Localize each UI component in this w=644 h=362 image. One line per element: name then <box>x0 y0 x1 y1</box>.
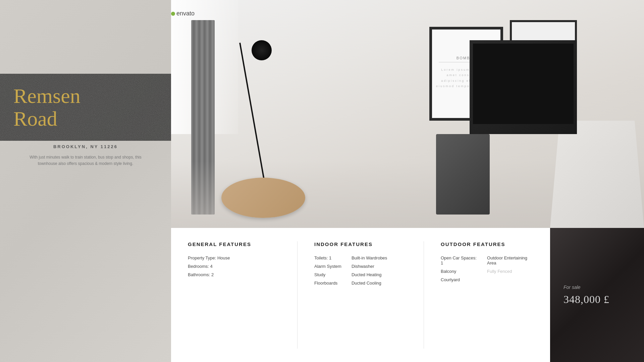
general-features-list: Property Type: House Bedrooms: 4 Bathroo… <box>188 255 280 277</box>
price-box: For sale 348,000 £ <box>550 228 644 362</box>
feature-ducted-heating: Ducted Heating <box>352 272 387 277</box>
logo-area: envato <box>171 10 195 17</box>
room-background: BOMBAY Lorem ipsum dolor sitamet consect… <box>171 0 644 228</box>
address-line: BROOKLYN, NY 11226 <box>0 144 171 149</box>
bottom-info-strip: GENERAL FEATURES Property Type: House Be… <box>171 228 644 362</box>
general-features-heading: GENERAL FEATURES <box>188 241 280 247</box>
feature-property-type: Property Type: House <box>188 255 230 260</box>
outdoor-features-col1: Open Car Spaces: 1 Balcony Courtyard <box>441 255 477 282</box>
feature-ducted-cooling: Ducted Cooling <box>352 281 387 286</box>
lamp-head <box>252 40 272 60</box>
feature-wardrobes: Built-in Wardrobes <box>352 255 387 260</box>
main-image: BOMBAY Lorem ipsum dolor sitamet consect… <box>171 0 644 228</box>
indoor-features-list: Toilets: 1 Alarm System Study Floorboard… <box>314 255 407 286</box>
feature-toilets: Toilets: 1 <box>314 255 341 260</box>
title-block: Remsen Road <box>0 74 171 141</box>
feature-car-spaces: Open Car Spaces: 1 <box>441 255 477 265</box>
feature-entertaining: Outdoor Entertaining Area <box>487 255 533 265</box>
indoor-features-col2: Built-in Wardrobes Dishwasher Ducted Hea… <box>352 255 387 286</box>
envato-logo-dot <box>171 12 175 16</box>
description-text: With just minutes walk to train station,… <box>0 154 171 167</box>
feature-dishwasher: Dishwasher <box>352 264 387 269</box>
property-title: Remsen Road <box>13 84 80 130</box>
price-label: For sale <box>564 285 631 290</box>
indoor-features-col1: Toilets: 1 Alarm System Study Floorboard… <box>314 255 341 286</box>
feature-balcony: Balcony <box>441 269 477 274</box>
feature-floorboards: Floorboards <box>314 281 341 286</box>
feature-alarm: Alarm System <box>314 264 341 269</box>
outdoor-features-list: Open Car Spaces: 1 Balcony Courtyard Out… <box>441 255 533 282</box>
chair-right <box>550 121 644 228</box>
coffee-table <box>221 178 305 218</box>
dark-chair <box>436 134 490 215</box>
feature-bedrooms: Bedrooms: 4 <box>188 264 230 269</box>
indoor-features-section: INDOOR FEATURES Toilets: 1 Alarm System … <box>298 228 424 362</box>
general-features-col: Property Type: House Bedrooms: 4 Bathroo… <box>188 255 230 277</box>
feature-bathrooms: Bathrooms: 2 <box>188 272 230 277</box>
feature-fully-fenced: Fully Fenced <box>487 269 533 274</box>
feature-study: Study <box>314 272 341 277</box>
outdoor-features-section: OUTDOOR FEATURES Open Car Spaces: 1 Balc… <box>424 228 550 362</box>
property-title-line1: Remsen <box>13 84 80 107</box>
indoor-features-heading: INDOOR FEATURES <box>314 241 407 247</box>
envato-logo-text: envato <box>176 10 195 17</box>
feature-courtyard: Courtyard <box>441 277 477 282</box>
general-features-section: GENERAL FEATURES Property Type: House Be… <box>171 228 297 362</box>
price-value: 348,000 £ <box>564 293 631 306</box>
tv-unit <box>470 40 577 134</box>
property-subtitle: BROOKLYN, NY 11226 With just minutes wal… <box>0 144 171 167</box>
outdoor-features-heading: OUTDOOR FEATURES <box>441 241 533 247</box>
outdoor-features-col2: Outdoor Entertaining Area Fully Fenced <box>487 255 533 282</box>
left-panel <box>0 0 171 362</box>
property-title-line2: Road <box>13 107 80 130</box>
